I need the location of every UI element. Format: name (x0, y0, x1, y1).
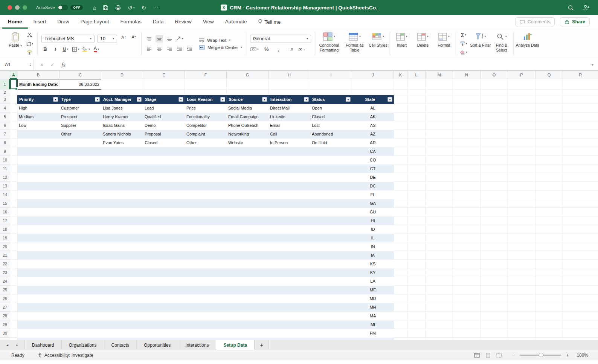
save-icon[interactable] (103, 5, 108, 11)
find-select-button[interactable]: ▾ Find & Select (491, 30, 512, 57)
window-minimize-button[interactable] (15, 5, 20, 10)
cell-H14[interactable] (268, 190, 310, 199)
cell-F5[interactable]: Functionality (185, 113, 227, 121)
cell-I11[interactable] (310, 164, 352, 173)
cell-C8[interactable] (59, 139, 101, 147)
row-header-23[interactable]: 23 (0, 268, 10, 277)
cell-E6[interactable]: Demo (143, 121, 185, 130)
cell-D18[interactable] (101, 225, 143, 234)
cell-F21[interactable] (185, 251, 227, 260)
cell-Q3[interactable] (535, 95, 563, 104)
autosave-toggle[interactable] (58, 5, 68, 10)
cell-R14[interactable] (563, 190, 598, 199)
cell-D17[interactable] (101, 216, 143, 225)
cell-C26[interactable] (59, 294, 101, 303)
cell-N26[interactable] (453, 294, 481, 303)
cell-B7[interactable] (17, 130, 59, 139)
cell-H20[interactable] (268, 242, 310, 251)
cell-P20[interactable] (508, 242, 535, 251)
cell-I28[interactable] (310, 312, 352, 320)
cell-M21[interactable] (426, 251, 453, 260)
cell-J24[interactable]: LA (352, 277, 394, 286)
cell-O16[interactable] (481, 208, 508, 216)
cell-F9[interactable] (185, 147, 227, 156)
cell-C5[interactable]: Prospect (59, 113, 101, 121)
cell-N20[interactable] (453, 242, 481, 251)
row-header-2[interactable]: 2 (0, 90, 10, 95)
cell-K1[interactable] (394, 79, 407, 90)
cell-N8[interactable] (453, 139, 481, 147)
cell-O7[interactable] (481, 130, 508, 139)
cell-G23[interactable] (227, 268, 268, 277)
cell-E31[interactable] (143, 338, 185, 340)
cell-K31[interactable] (394, 338, 407, 340)
cell-H7[interactable]: Call (268, 130, 310, 139)
cell-G15[interactable] (227, 199, 268, 208)
sheet-tab-interactions[interactable]: Interactions (178, 340, 216, 350)
cell-E28[interactable] (143, 312, 185, 320)
cell-O15[interactable] (481, 199, 508, 208)
cell-L8[interactable] (407, 139, 426, 147)
cell-C30[interactable] (59, 329, 101, 338)
cell-O13[interactable] (481, 182, 508, 190)
cell-C14[interactable] (59, 190, 101, 199)
cell-J17[interactable]: HI (352, 216, 394, 225)
column-header-F[interactable]: F (185, 71, 227, 79)
cell-M1[interactable] (426, 79, 453, 90)
cell-H10[interactable] (268, 156, 310, 164)
column-header-R[interactable]: R (563, 71, 598, 79)
cell-C27[interactable] (59, 303, 101, 312)
row-header-26[interactable]: 26 (0, 294, 10, 303)
cell-K19[interactable] (394, 234, 407, 242)
cell-P8[interactable] (508, 139, 535, 147)
cell-K2[interactable] (394, 90, 407, 95)
cell-O19[interactable] (481, 234, 508, 242)
orientation-button[interactable]: ▾ (176, 35, 183, 43)
cell-D23[interactable] (101, 268, 143, 277)
cell-D1[interactable] (101, 79, 143, 90)
cell-E7[interactable]: Proposal (143, 130, 185, 139)
cell-I24[interactable] (310, 277, 352, 286)
format-cells-button[interactable]: ▾ Format (433, 30, 455, 57)
align-right-button[interactable] (166, 45, 173, 53)
cell-B16[interactable] (17, 208, 59, 216)
formula-input[interactable] (72, 59, 587, 70)
cell-E17[interactable] (143, 216, 185, 225)
cell-R27[interactable] (563, 303, 598, 312)
cell-H16[interactable] (268, 208, 310, 216)
cell-R15[interactable] (563, 199, 598, 208)
cell-I26[interactable] (310, 294, 352, 303)
cell-F3[interactable]: Loss Reason▼ (185, 95, 227, 104)
cell-J13[interactable]: DC (352, 182, 394, 190)
number-format-select[interactable]: General▾ (250, 35, 311, 43)
cell-C24[interactable] (59, 277, 101, 286)
cell-K21[interactable] (394, 251, 407, 260)
cell-L17[interactable] (407, 216, 426, 225)
cell-C15[interactable] (59, 199, 101, 208)
cell-J27[interactable]: MH (352, 303, 394, 312)
row-header-1[interactable]: 1 (0, 79, 10, 90)
cell-L5[interactable] (407, 113, 426, 121)
cell-K16[interactable] (394, 208, 407, 216)
cell-P3[interactable] (508, 95, 535, 104)
cell-B30[interactable] (17, 329, 59, 338)
cell-A25[interactable] (10, 286, 17, 294)
cell-C18[interactable] (59, 225, 101, 234)
cell-A1[interactable] (10, 79, 17, 90)
cell-L18[interactable] (407, 225, 426, 234)
cell-P23[interactable] (508, 268, 535, 277)
cell-N5[interactable] (453, 113, 481, 121)
currency-format-button[interactable]: ▾ (250, 46, 259, 53)
page-break-view-icon[interactable] (496, 353, 502, 358)
cell-Q27[interactable] (535, 303, 563, 312)
cell-Q10[interactable] (535, 156, 563, 164)
cell-H21[interactable] (268, 251, 310, 260)
row-header-14[interactable]: 14 (0, 190, 10, 199)
print-icon[interactable] (115, 5, 121, 11)
cell-Q9[interactable] (535, 147, 563, 156)
cell-F7[interactable]: Complaint (185, 130, 227, 139)
cell-G2[interactable] (227, 90, 268, 95)
insert-function-icon[interactable]: fx (61, 62, 65, 68)
font-color-button[interactable]: A▾ (93, 46, 100, 53)
row-header-27[interactable]: 27 (0, 303, 10, 312)
